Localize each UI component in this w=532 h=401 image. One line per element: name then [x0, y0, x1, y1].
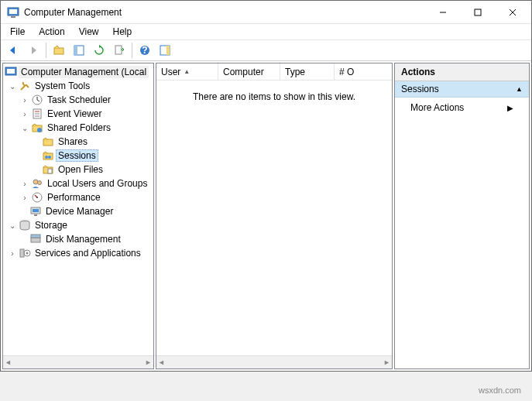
tree-label: Sessions	[56, 149, 98, 162]
expand-icon[interactable]: ›	[20, 110, 29, 118]
col-open[interactable]: # O	[335, 63, 392, 80]
clock-icon	[31, 94, 43, 106]
app-icon	[7, 6, 19, 19]
list-header: User▲ Computer Type # O	[156, 63, 392, 81]
svg-rect-39	[31, 235, 40, 238]
up-button[interactable]	[50, 41, 68, 60]
body: Computer Management (Local ⌄ System Tool…	[1, 61, 531, 371]
refresh-button[interactable]	[90, 41, 108, 60]
more-actions[interactable]: More Actions ▶	[395, 98, 529, 118]
svg-rect-35	[33, 209, 39, 212]
expand-icon[interactable]: ›	[20, 96, 29, 105]
svg-point-30	[33, 180, 38, 184]
tree-system-tools[interactable]: ⌄ System Tools	[3, 79, 153, 93]
minimize-button[interactable]	[425, 1, 460, 23]
tree-event-viewer[interactable]: › Event Viewer	[3, 107, 153, 121]
titlebar[interactable]: Computer Management	[1, 1, 531, 24]
tree-performance[interactable]: › Performance	[3, 190, 153, 204]
back-button[interactable]	[4, 41, 22, 60]
actions-header: Actions	[395, 63, 529, 81]
open-files-icon	[42, 163, 54, 176]
tree-shared-folders[interactable]: ⌄ Shared Folders	[3, 121, 153, 135]
svg-point-27	[48, 156, 51, 159]
col-computer[interactable]: Computer	[218, 63, 280, 80]
svg-rect-38	[31, 238, 40, 242]
svg-point-23	[37, 128, 42, 132]
svg-point-42	[26, 252, 29, 255]
svg-rect-16	[7, 69, 15, 74]
col-label: User	[161, 67, 180, 77]
menu-help[interactable]: Help	[107, 25, 139, 39]
collapse-icon[interactable]: ⌄	[8, 221, 17, 230]
svg-rect-25	[43, 153, 53, 159]
menu-file[interactable]: File	[4, 25, 31, 39]
tree-sessions[interactable]: Sessions	[3, 149, 153, 163]
actions-section[interactable]: Sessions ▲	[395, 81, 529, 98]
tree-services-apps[interactable]: › Services and Applications	[3, 246, 153, 260]
svg-rect-4	[475, 9, 481, 15]
col-label: Computer	[223, 67, 264, 77]
collapse-icon[interactable]: ⌄	[8, 82, 17, 91]
performance-icon	[31, 191, 43, 204]
show-hide-action-button[interactable]	[156, 41, 174, 60]
tree-label: Device Manager	[43, 205, 115, 218]
col-type[interactable]: Type	[280, 63, 335, 80]
tree-disk-management[interactable]: Disk Management	[3, 232, 153, 246]
maximize-button[interactable]	[460, 1, 495, 23]
col-label: Type	[285, 67, 305, 77]
tree-label: Storage	[33, 219, 70, 231]
watermark: wsxdn.com	[479, 386, 521, 395]
tree-label: Local Users and Groups	[45, 177, 149, 190]
event-viewer-icon	[31, 108, 43, 120]
close-button[interactable]	[495, 1, 530, 23]
export-button[interactable]	[110, 41, 129, 60]
tree-label: Open Files	[56, 163, 105, 176]
tree-list: Computer Management (Local ⌄ System Tool…	[3, 63, 153, 355]
expand-icon[interactable]: ›	[20, 194, 29, 202]
menu-action[interactable]: Action	[33, 25, 70, 39]
svg-rect-1	[9, 9, 17, 14]
col-user[interactable]: User▲	[156, 63, 218, 80]
disk-management-icon	[29, 233, 42, 245]
svg-rect-36	[34, 214, 37, 216]
computer-management-icon	[5, 66, 17, 78]
list-body: There are no items to show in this view.	[156, 81, 392, 355]
tree-local-users[interactable]: › Local Users and Groups	[3, 177, 153, 190]
shares-icon	[42, 135, 54, 148]
svg-point-26	[45, 156, 48, 159]
svg-text:?: ?	[142, 45, 147, 56]
col-label: # O	[339, 67, 354, 77]
tree-storage[interactable]: ⌄ Storage	[3, 218, 153, 232]
show-hide-tree-button[interactable]	[70, 41, 88, 60]
tree-task-scheduler[interactable]: › Task Scheduler	[3, 93, 153, 107]
users-icon	[31, 177, 43, 190]
expand-icon[interactable]: ›	[8, 249, 17, 258]
tree-label: Task Scheduler	[45, 94, 113, 106]
forward-button[interactable]	[24, 41, 43, 60]
tree-scrollbar[interactable]: ◄►	[3, 355, 153, 368]
tree-label: Shares	[56, 135, 90, 148]
svg-rect-40	[20, 249, 24, 257]
window-title: Computer Management	[24, 7, 425, 18]
svg-rect-24	[43, 139, 53, 146]
tree-label: Services and Applications	[33, 247, 143, 259]
tree-label: Disk Management	[43, 233, 123, 245]
actions-section-label: Sessions	[401, 84, 439, 94]
svg-rect-7	[54, 48, 63, 54]
tree-open-files[interactable]: Open Files	[3, 163, 153, 177]
expand-icon[interactable]: ›	[20, 180, 29, 188]
list-scrollbar[interactable]: ◄►	[156, 355, 392, 368]
svg-point-33	[36, 197, 38, 198]
tree-root[interactable]: Computer Management (Local	[3, 65, 153, 79]
toolbar: ?	[1, 39, 531, 61]
tree-shares[interactable]: Shares	[3, 135, 153, 149]
svg-point-31	[38, 181, 42, 185]
collapse-icon[interactable]: ⌄	[20, 124, 29, 132]
tree-device-manager[interactable]: Device Manager	[3, 204, 153, 218]
help-button[interactable]: ?	[136, 41, 154, 60]
svg-rect-2	[11, 16, 15, 18]
tools-icon	[19, 80, 31, 92]
svg-rect-14	[166, 46, 170, 55]
tree-label: Performance	[45, 191, 103, 204]
menu-view[interactable]: View	[73, 25, 105, 39]
